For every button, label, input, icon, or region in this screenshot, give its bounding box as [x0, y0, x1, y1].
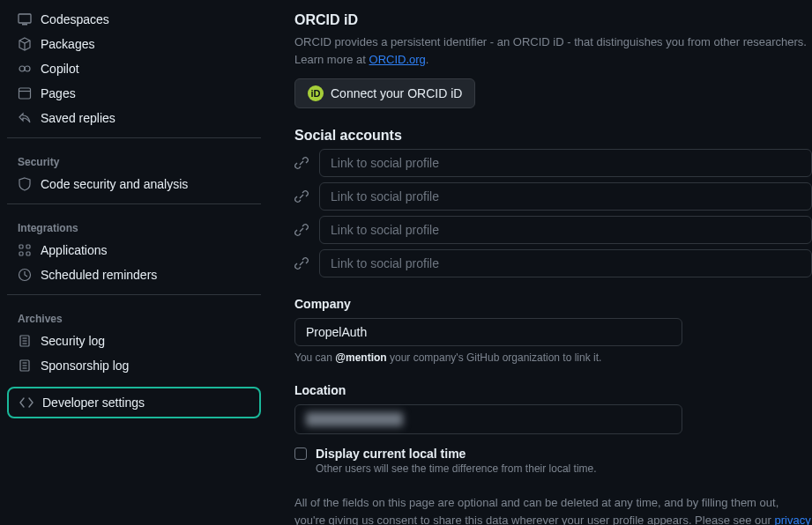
log-icon: [18, 334, 32, 348]
social-row: [294, 216, 812, 244]
svg-rect-4: [19, 88, 31, 99]
sidebar-label: Applications: [41, 243, 108, 257]
sidebar-item-applications[interactable]: Applications: [7, 238, 261, 262]
social-section: Social accounts: [294, 128, 812, 277]
footer-disclaimer: All of the fields on this page are optio…: [294, 494, 812, 525]
sidebar-label: Packages: [41, 37, 94, 51]
log-icon: [18, 359, 32, 373]
sidebar-item-codespaces[interactable]: Codespaces: [7, 7, 261, 32]
company-section: Company You can @mention your company's …: [294, 297, 812, 364]
clock-icon: [18, 268, 32, 282]
settings-sidebar: Codespaces Packages Copilot Pages Saved …: [0, 0, 275, 525]
button-label: Connect your ORCID iD: [331, 86, 462, 100]
sidebar-label: Scheduled reminders: [41, 268, 157, 282]
copilot-icon: [18, 62, 32, 76]
sidebar-group-top: Codespaces Packages Copilot Pages Saved …: [7, 7, 261, 130]
svg-point-2: [19, 66, 25, 71]
sidebar-label: Codespaces: [41, 12, 109, 26]
location-input[interactable]: [294, 404, 682, 434]
sidebar-item-copilot[interactable]: Copilot: [7, 56, 261, 81]
codespaces-icon: [18, 12, 32, 26]
connect-orcid-button[interactable]: iD Connect your ORCID iD: [294, 78, 475, 108]
time-checkbox-row: Display current local time: [294, 447, 812, 461]
sidebar-item-saved-replies[interactable]: Saved replies: [7, 106, 261, 130]
orcid-link[interactable]: ORCID.org: [369, 53, 426, 66]
social-input-3[interactable]: [319, 216, 812, 244]
sidebar-item-developer-settings[interactable]: Developer settings: [7, 387, 261, 418]
orcid-section: ORCID iD ORCID provides a persistent ide…: [294, 12, 812, 108]
shield-icon: [18, 177, 32, 191]
apps-icon: [18, 243, 32, 257]
main-content: ORCID iD ORCID provides a persistent ide…: [275, 0, 812, 525]
social-input-2[interactable]: [319, 182, 812, 211]
location-value-redacted: [306, 412, 403, 426]
sidebar-group-archives: Archives Security log Sponsorship log De…: [7, 294, 261, 418]
social-input-1[interactable]: [319, 149, 812, 177]
link-icon: [294, 189, 309, 203]
social-title: Social accounts: [294, 128, 812, 144]
sidebar-heading-archives: Archives: [7, 306, 261, 329]
company-hint: You can @mention your company's GitHub o…: [294, 351, 812, 364]
svg-rect-0: [19, 14, 31, 23]
sidebar-label: Pages: [41, 86, 76, 100]
link-icon: [294, 256, 309, 270]
location-section: Location Display current local time Othe…: [294, 383, 812, 475]
sidebar-label: Code security and analysis: [41, 177, 188, 191]
svg-rect-1: [22, 24, 27, 26]
svg-rect-6: [19, 245, 23, 248]
browser-icon: [18, 86, 32, 100]
sidebar-group-integrations: Integrations Applications Scheduled remi…: [7, 203, 261, 287]
sidebar-label: Developer settings: [42, 396, 145, 410]
sidebar-label: Sponsorship log: [41, 359, 129, 373]
sidebar-heading-integrations: Integrations: [7, 215, 261, 238]
orcid-title: ORCID iD: [294, 12, 812, 28]
social-row: [294, 149, 812, 177]
sidebar-heading-security: Security: [7, 149, 261, 172]
svg-rect-8: [19, 252, 23, 255]
sidebar-group-security: Security Code security and analysis: [7, 137, 261, 196]
social-input-4[interactable]: [319, 249, 812, 277]
reply-icon: [18, 111, 32, 125]
svg-rect-7: [26, 245, 30, 248]
sidebar-item-code-security[interactable]: Code security and analysis: [7, 172, 261, 196]
link-icon: [294, 156, 309, 170]
sidebar-label: Security log: [41, 334, 105, 348]
company-label: Company: [294, 297, 812, 311]
package-icon: [18, 37, 32, 51]
svg-rect-9: [26, 252, 30, 255]
sidebar-item-scheduled[interactable]: Scheduled reminders: [7, 262, 261, 287]
social-row: [294, 182, 812, 211]
company-input[interactable]: [294, 318, 682, 346]
location-label: Location: [294, 383, 812, 397]
sidebar-label: Copilot: [41, 62, 79, 76]
code-icon: [19, 396, 34, 410]
sidebar-item-pages[interactable]: Pages: [7, 81, 261, 106]
sidebar-item-sponsor-log[interactable]: Sponsorship log: [7, 353, 261, 378]
svg-point-3: [25, 66, 30, 71]
local-time-checkbox[interactable]: [294, 447, 307, 460]
local-time-label: Display current local time: [316, 447, 466, 461]
orcid-description: ORCID provides a persistent identifier -…: [294, 33, 812, 68]
orcid-icon: iD: [308, 85, 324, 101]
local-time-sub: Other users will see the time difference…: [316, 462, 812, 475]
sidebar-item-packages[interactable]: Packages: [7, 32, 261, 56]
link-icon: [294, 223, 309, 237]
social-row: [294, 249, 812, 277]
sidebar-label: Saved replies: [41, 111, 115, 125]
sidebar-item-security-log[interactable]: Security log: [7, 329, 261, 353]
